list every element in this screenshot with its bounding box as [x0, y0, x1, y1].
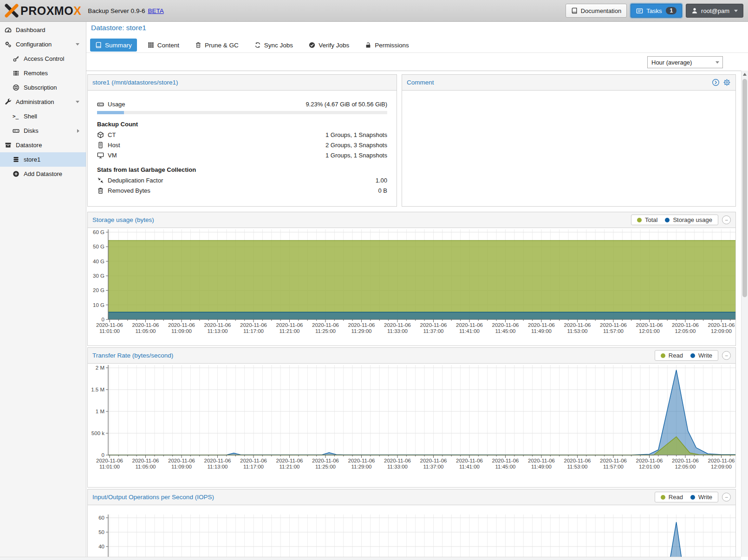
tasks-button[interactable]: Tasks 1 [631, 4, 682, 18]
archive-box-icon [5, 142, 12, 149]
sidebar-item-access-control[interactable]: Access Control [0, 52, 86, 66]
user-menu-button[interactable]: root@pam [686, 4, 743, 18]
svg-text:11:57:00: 11:57:00 [603, 328, 624, 334]
collapse-icon[interactable] [722, 493, 731, 501]
legend-item-storage-usage[interactable]: Storage usage [665, 216, 712, 223]
tab-sync-jobs[interactable]: Sync Jobs [249, 39, 298, 52]
svg-text:11:33:00: 11:33:00 [387, 328, 408, 334]
legend-item-read[interactable]: Read [661, 494, 683, 501]
tab-summary[interactable]: Summary [90, 39, 137, 52]
grid-icon [148, 42, 154, 48]
sidebar-item-subscription[interactable]: Subscription [0, 80, 86, 95]
comment-panel-body[interactable] [402, 91, 735, 206]
svg-text:2 M: 2 M [96, 365, 104, 371]
proxmox-backup-server-app: PROXMOX Backup Server 0.9-6 BETA Documen… [0, 0, 748, 560]
svg-text:11:25:00: 11:25:00 [315, 328, 336, 334]
key-icon [13, 55, 20, 62]
svg-text:500 k: 500 k [91, 430, 104, 436]
svg-text:11:45:00: 11:45:00 [495, 328, 516, 334]
terminal-icon: >_ [13, 113, 20, 119]
vertical-scrollbar-thumb[interactable] [742, 79, 747, 297]
gear-icon[interactable] [723, 78, 731, 86]
beta-link[interactable]: BETA [148, 7, 163, 14]
svg-text:2020-11-06: 2020-11-06 [420, 322, 447, 328]
svg-text:11:17:00: 11:17:00 [243, 328, 264, 334]
svg-text:11:21:00: 11:21:00 [280, 328, 300, 334]
svg-text:11:01:00: 11:01:00 [99, 328, 120, 334]
dedup-row: Deduplication Factor 1.00 [97, 176, 387, 185]
svg-text:2020-11-06: 2020-11-06 [240, 322, 267, 328]
svg-text:2020-11-06: 2020-11-06 [168, 322, 195, 328]
svg-text:11:41:00: 11:41:00 [459, 464, 480, 469]
svg-text:50 G: 50 G [93, 244, 104, 249]
svg-text:11:53:00: 11:53:00 [567, 464, 588, 469]
storage-usage-chart: 010 G20 G30 G40 G50 G60 G2020-11-0611:01… [88, 228, 735, 345]
svg-text:2020-11-06: 2020-11-06 [708, 322, 735, 328]
svg-text:2020-11-06: 2020-11-06 [312, 458, 339, 463]
read-legend-dot [661, 353, 665, 358]
trash-icon [97, 187, 104, 194]
tab-permissions[interactable]: Permissions [360, 39, 414, 52]
svg-text:2020-11-06: 2020-11-06 [600, 322, 627, 328]
sidebar-item-dashboard[interactable]: Dashboard [0, 23, 86, 37]
collapse-icon[interactable] [722, 215, 731, 224]
book-icon [95, 42, 102, 48]
tab-prune-gc[interactable]: Prune & GC [190, 39, 244, 52]
sidebar-item-shell[interactable]: >_ Shell [0, 109, 86, 124]
store1-panel-header: store1 (/mnt/datastores/store1) [88, 75, 397, 91]
product-version-label: Backup Server 0.9-6 [88, 7, 145, 14]
collapse-icon[interactable] [722, 351, 731, 360]
svg-text:11:45:00: 11:45:00 [495, 464, 516, 469]
svg-text:11:17:00: 11:17:00 [243, 464, 264, 469]
svg-text:30 G: 30 G [93, 273, 104, 279]
legend-item-write[interactable]: Write [690, 352, 712, 359]
sidebar-item-remotes[interactable]: Remotes [0, 66, 86, 80]
svg-text:11:05:00: 11:05:00 [136, 464, 156, 469]
sidebar-item-configuration[interactable]: Configuration [0, 37, 86, 52]
sidebar-item-datastore[interactable]: Datastore [0, 138, 86, 152]
horizontal-scrollbar[interactable] [0, 557, 741, 560]
chevron-down-icon [734, 10, 738, 12]
sidebar-item-disks[interactable]: Disks [0, 124, 86, 138]
svg-text:1.5 M: 1.5 M [91, 387, 104, 392]
svg-text:60: 60 [98, 515, 104, 521]
store1-panel-body: Usage 9.23% (4.67 GiB of 50.56 GiB) Back… [88, 91, 397, 195]
unlock-icon [365, 42, 371, 48]
proxmox-logo-mark-icon [5, 4, 19, 18]
vertical-scrollbar[interactable] [741, 71, 748, 557]
tachometer-icon [5, 26, 12, 33]
chevron-circle-right-icon[interactable] [712, 78, 720, 86]
svg-text:2020-11-06: 2020-11-06 [492, 322, 519, 328]
svg-text:2020-11-06: 2020-11-06 [456, 458, 483, 463]
svg-text:2020-11-06: 2020-11-06 [564, 322, 591, 328]
legend-item-read[interactable]: Read [661, 352, 683, 359]
svg-text:11:13:00: 11:13:00 [208, 328, 228, 334]
legend-item-write[interactable]: Write [690, 494, 712, 501]
sidebar-item-add-datastore[interactable]: Add Datastore [0, 167, 86, 181]
svg-text:11:37:00: 11:37:00 [423, 464, 444, 469]
user-icon [691, 7, 698, 14]
gears-icon [5, 41, 12, 48]
svg-text:12:01:00: 12:01:00 [639, 464, 660, 469]
scroll-up-arrow-icon[interactable] [743, 73, 747, 76]
sidebar: Dashboard Configuration Access Control R… [0, 22, 86, 560]
store1-panel-title: store1 (/mnt/datastores/store1) [92, 79, 178, 86]
documentation-button[interactable]: Documentation [566, 4, 627, 18]
sidebar-item-store1[interactable]: store1 [0, 152, 86, 167]
svg-text:2020-11-06: 2020-11-06 [168, 458, 195, 463]
list-icon [13, 70, 20, 77]
life-ring-icon [13, 84, 20, 91]
compress-arrows-icon [97, 177, 104, 184]
tab-content[interactable]: Content [143, 39, 184, 52]
legend-item-total[interactable]: Total [637, 216, 657, 223]
tab-verify-jobs[interactable]: Verify Jobs [304, 39, 354, 52]
svg-text:11:49:00: 11:49:00 [531, 464, 552, 469]
top-bar: PROXMOX Backup Server 0.9-6 BETA Documen… [0, 0, 748, 22]
time-range-select[interactable]: Hour (average) [647, 56, 723, 68]
storage-usage-header: Storage usage (bytes) Total Storage usag… [88, 212, 735, 228]
svg-text:2020-11-06: 2020-11-06 [348, 322, 375, 328]
iops-legend: Read Write [655, 492, 718, 502]
sidebar-item-administration[interactable]: Administration [0, 95, 86, 109]
svg-text:2020-11-06: 2020-11-06 [384, 322, 411, 328]
svg-text:2020-11-06: 2020-11-06 [132, 322, 159, 328]
